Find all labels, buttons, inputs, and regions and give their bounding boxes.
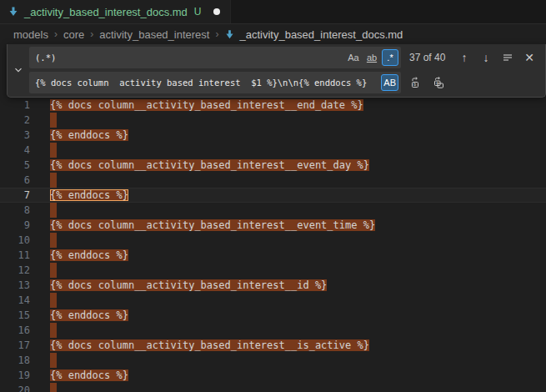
match-highlight: {% docs column__activity_based_interest_…	[50, 99, 363, 111]
code-line[interactable]	[38, 203, 546, 218]
editor-line: 13 {% docs column__activity_based_intere…	[0, 278, 546, 293]
arrow-down-icon: ↓	[483, 51, 489, 64]
editor-line: 14	[0, 293, 546, 308]
whole-word-button[interactable]: ab	[363, 49, 380, 66]
tab-label: _activity_based_interest_docs.md	[24, 6, 188, 18]
dirty-indicator[interactable]	[213, 8, 220, 15]
replace-all-button[interactable]: a	[429, 73, 448, 92]
code-line[interactable]: {% docs column__activity_based_interest_…	[38, 218, 546, 233]
line-number[interactable]: 19	[0, 368, 38, 383]
code-line[interactable]: {% enddocs %}	[38, 368, 546, 383]
editor-line: 1 {% docs column__activity_based_interes…	[0, 98, 546, 113]
match-highlight: {% enddocs %}	[50, 249, 128, 261]
breadcrumb-file[interactable]: _activity_based_interest_docs.md	[224, 28, 403, 41]
breadcrumb: models › core › activity_based_interest …	[0, 24, 546, 44]
line-number[interactable]: 14	[0, 293, 38, 308]
match-case-button[interactable]: Aa	[345, 49, 362, 66]
dbt-file-icon	[224, 29, 235, 40]
editor-line: 16	[0, 323, 546, 338]
line-number[interactable]: 3	[0, 128, 38, 143]
line-number[interactable]: 15	[0, 308, 38, 323]
line-number[interactable]: 6	[0, 173, 38, 188]
line-number[interactable]: 9	[0, 218, 38, 233]
code-line[interactable]	[38, 143, 546, 158]
code-line[interactable]: {% enddocs %}	[38, 248, 546, 263]
code-line[interactable]: {% docs column__activity_based_interest_…	[38, 278, 546, 293]
regex-button[interactable]: .*	[382, 49, 398, 66]
editor: Aa ab .* 37 of 40 ↑ ↓	[0, 44, 546, 392]
breadcrumb-file-name: _activity_based_interest_docs.md	[239, 28, 403, 41]
current-match-highlight: {% enddocs %}	[50, 189, 128, 201]
line-number[interactable]: 7	[0, 188, 38, 203]
empty-line-match-highlight	[50, 113, 57, 128]
close-icon: ✕	[524, 51, 534, 64]
code-area: 1 {% docs column__activity_based_interes…	[0, 98, 546, 392]
line-number[interactable]: 17	[0, 338, 38, 353]
svg-text:a: a	[436, 80, 438, 85]
find-input-wrap: Aa ab .*	[29, 47, 401, 68]
empty-line-match-highlight	[50, 263, 57, 278]
code-line[interactable]: {% enddocs %}	[38, 128, 546, 143]
code-line[interactable]	[38, 293, 546, 308]
code-line[interactable]	[38, 383, 546, 392]
breadcrumb-separator: ›	[90, 28, 93, 40]
next-match-button[interactable]: ↓	[477, 48, 495, 67]
editor-line: 11 {% enddocs %}	[0, 248, 546, 263]
breadcrumb-separator: ›	[54, 28, 58, 40]
match-highlight: {% enddocs %}	[50, 309, 128, 321]
line-number[interactable]: 5	[0, 158, 38, 173]
line-number[interactable]: 1	[0, 98, 38, 113]
find-widget: Aa ab .* 37 of 40 ↑ ↓	[7, 44, 546, 98]
code-line[interactable]	[38, 323, 546, 338]
preserve-case-button[interactable]: AB	[381, 74, 398, 91]
code-line[interactable]: {% enddocs %}	[38, 308, 546, 323]
breadcrumb-item-activity-based-interest[interactable]: activity_based_interest	[99, 28, 209, 41]
previous-match-button[interactable]: ↑	[455, 48, 473, 67]
find-input[interactable]	[35, 53, 345, 63]
breadcrumb-separator: ›	[215, 28, 218, 40]
code-line[interactable]	[38, 263, 546, 278]
replace-button[interactable]: b	[406, 73, 424, 92]
line-number[interactable]: 8	[0, 203, 38, 218]
line-number[interactable]: 10	[0, 233, 38, 248]
breadcrumb-item-core[interactable]: core	[63, 28, 84, 41]
close-find-button[interactable]: ✕	[520, 48, 538, 67]
line-number[interactable]: 13	[0, 278, 38, 293]
line-number[interactable]: 16	[0, 323, 38, 338]
code-line[interactable]	[38, 173, 546, 188]
match-highlight: {% docs column__activity_based_interest_…	[50, 279, 327, 291]
line-number[interactable]: 20	[0, 383, 38, 392]
code-line[interactable]: {% docs column__activity_based_interest_…	[38, 158, 546, 173]
svg-text:b: b	[413, 82, 416, 87]
editor-line: 19 {% enddocs %}	[0, 368, 546, 383]
empty-line-match-highlight	[50, 233, 57, 248]
match-highlight: {% docs column__activity_based_interest_…	[50, 219, 375, 231]
code-line[interactable]: {% docs column__activity_based_interest_…	[38, 98, 546, 113]
selection-lines-icon	[502, 52, 513, 63]
find-in-selection-button[interactable]	[498, 48, 517, 67]
line-number[interactable]: 2	[0, 113, 38, 128]
code-line[interactable]: {% enddocs %}	[38, 188, 546, 203]
arrow-up-icon: ↑	[462, 51, 468, 64]
dbt-file-icon	[8, 6, 19, 18]
empty-line-match-highlight	[50, 353, 57, 368]
line-number[interactable]: 12	[0, 263, 38, 278]
tab-bar: _activity_based_interest_docs.md U	[0, 0, 546, 24]
toggle-replace-button[interactable]	[8, 47, 29, 93]
code-line[interactable]	[38, 233, 546, 248]
code-line[interactable]	[38, 113, 546, 128]
match-highlight: {% docs column__activity_based_interest_…	[50, 159, 369, 171]
breadcrumb-item-models[interactable]: models	[13, 28, 48, 41]
git-status-badge: U	[194, 6, 202, 18]
line-number[interactable]: 11	[0, 248, 38, 263]
line-number[interactable]: 18	[0, 353, 38, 368]
replace-icon: b	[408, 76, 422, 89]
line-number[interactable]: 4	[0, 143, 38, 158]
replace-input[interactable]	[35, 78, 381, 88]
code-line[interactable]	[38, 353, 546, 368]
code-line[interactable]: {% docs column__activity_based_interest_…	[38, 338, 546, 353]
editor-line: 2	[0, 113, 546, 128]
editor-line: 9 {% docs column__activity_based_interes…	[0, 218, 546, 233]
tab-activity-docs[interactable]: _activity_based_interest_docs.md U	[0, 0, 231, 23]
editor-line: 3 {% enddocs %}	[0, 128, 546, 143]
